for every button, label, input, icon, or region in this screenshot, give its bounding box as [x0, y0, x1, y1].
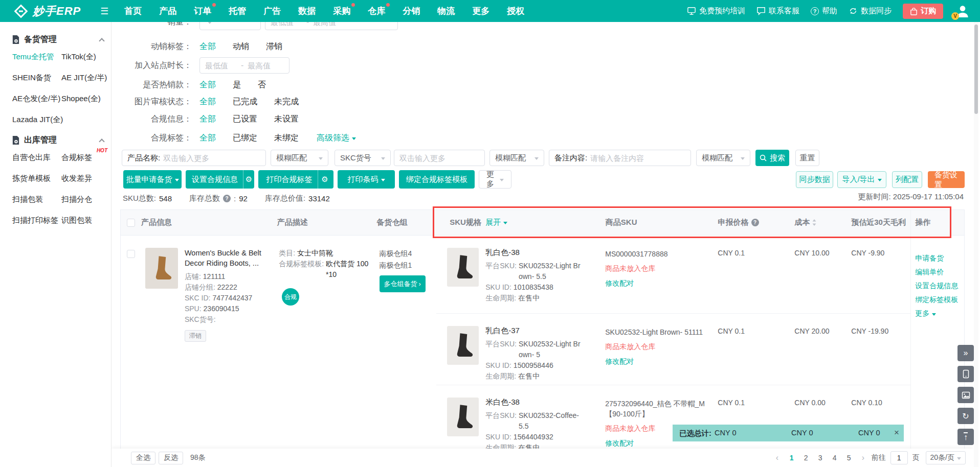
select-all-button[interactable]: 全选 — [131, 452, 155, 464]
filter-option-all[interactable]: 全部 — [199, 97, 216, 107]
row-checkbox[interactable] — [127, 250, 135, 258]
data-sync-link[interactable]: 数据同步 — [849, 6, 892, 16]
gear-icon[interactable]: ⚙ — [318, 170, 332, 189]
close-icon[interactable]: × — [894, 428, 899, 438]
skc-field-select[interactable]: SKC货号 — [335, 150, 391, 166]
filter-option-unset[interactable]: 未设置 — [274, 114, 299, 125]
edit-price-link[interactable]: 编辑单价 — [915, 268, 964, 277]
sidebar-item-temu[interactable]: Temu全托管 — [12, 52, 61, 62]
nav-item-ads[interactable]: 广告 — [255, 5, 289, 17]
user-avatar[interactable]: V — [954, 3, 971, 19]
filter-option-no[interactable]: 否 — [258, 80, 266, 90]
modify-pairing-link[interactable]: 修改配对 — [605, 438, 634, 448]
more-actions-button[interactable]: 更多 — [479, 170, 511, 189]
refresh-button[interactable]: ↻ — [957, 408, 974, 424]
request-stock-link[interactable]: 申请备货 — [915, 254, 964, 263]
bind-label-template-link[interactable]: 绑定标签模板 — [915, 295, 964, 305]
site-duration-min-input[interactable] — [205, 61, 237, 70]
page-1[interactable]: 1 — [786, 451, 798, 464]
filter-option-incomplete[interactable]: 未完成 — [274, 97, 299, 107]
set-compliance-info-button[interactable]: 设置合规信息⚙ — [186, 170, 254, 189]
more-link[interactable]: 更多 — [915, 309, 964, 318]
multi-warehouse-button[interactable]: 多仓组备货› — [380, 275, 426, 292]
sidebar-group-outbound-management[interactable]: 出库管理 — [0, 130, 111, 151]
scrollbar[interactable] — [974, 25, 978, 114]
gear-icon[interactable]: ⚙ — [243, 170, 254, 189]
nav-item-data[interactable]: 数据 — [289, 5, 324, 17]
nav-item-home[interactable]: 首页 — [116, 5, 150, 17]
sidebar-item-compliance-label[interactable]: 合规标签HOT — [61, 153, 110, 162]
remark-match-select[interactable]: 模糊匹配 — [696, 150, 750, 166]
filter-option-all[interactable]: 全部 — [199, 80, 216, 90]
page-4[interactable]: 4 — [829, 451, 841, 464]
nav-item-warehouse[interactable]: 仓库 — [359, 5, 394, 17]
import-export-button[interactable]: 导入/导出 — [837, 171, 886, 188]
mobile-app-button[interactable] — [957, 366, 974, 382]
sidebar-group-stock-management[interactable]: 备货管理 — [0, 29, 111, 50]
sidebar-item-receiving-discrepancy[interactable]: 收发差异 — [61, 174, 110, 183]
expand-link[interactable]: 展开 — [485, 218, 507, 227]
sidebar-item-ae-warehouse[interactable]: AE仓发(全/半) — [12, 94, 61, 104]
collapse-icon[interactable] — [99, 38, 104, 43]
sales-volume-min-input[interactable] — [271, 22, 302, 27]
app-logo[interactable]: 妙手ERP — [0, 4, 97, 19]
remark-input[interactable] — [590, 154, 685, 162]
sales-volume-select[interactable] — [199, 22, 261, 30]
help-icon[interactable]: ? — [751, 219, 759, 226]
sidebar-item-scan-sorting[interactable]: 扫描分仓 — [61, 195, 110, 204]
search-button[interactable]: 搜索 — [755, 150, 789, 166]
page-jump-input[interactable] — [890, 451, 908, 464]
sidebar-item-self-warehouse-outbound[interactable]: 自营仓出库 — [12, 153, 61, 162]
product-image[interactable] — [145, 248, 178, 289]
product-name-input[interactable] — [163, 154, 260, 162]
collapse-icon[interactable] — [99, 138, 104, 144]
filter-option-yes[interactable]: 是 — [233, 80, 241, 90]
batch-request-stock-button[interactable]: 批量申请备货 — [123, 170, 182, 189]
sales-volume-max-input[interactable] — [313, 22, 345, 27]
page-size-select[interactable]: 20条/页 — [926, 451, 966, 464]
sync-data-button[interactable]: 同步数据 — [796, 171, 833, 188]
help-icon[interactable]: ? — [223, 195, 231, 202]
prev-page-icon[interactable]: ‹ — [771, 451, 784, 464]
product-name-match-select[interactable]: 模糊匹配 — [271, 150, 328, 166]
filter-option-all[interactable]: 全部 — [199, 114, 216, 125]
filter-option-unbound[interactable]: 未绑定 — [274, 133, 299, 144]
nav-item-hosting[interactable]: 托管 — [220, 5, 255, 17]
reset-button[interactable]: 重置 — [795, 150, 819, 166]
filter-option-all[interactable]: 全部 — [199, 41, 216, 52]
help-link[interactable]: ? 帮助 — [811, 6, 837, 16]
sku-image[interactable] — [447, 326, 479, 365]
collapse-panel-button[interactable]: » — [957, 345, 974, 361]
image-mode-button[interactable] — [957, 387, 974, 403]
nav-item-products[interactable]: 产品 — [150, 5, 185, 17]
filter-option-all[interactable]: 全部 — [199, 133, 216, 144]
sidebar-item-shopee[interactable]: Shopee(全) — [61, 94, 110, 104]
menu-toggle-icon[interactable]: ☰ — [100, 6, 108, 17]
advanced-filter-link[interactable]: 高级筛选 — [317, 133, 356, 144]
sku-image[interactable] — [447, 398, 479, 436]
filter-option-bound[interactable]: 已绑定 — [233, 133, 257, 144]
modify-pairing-link[interactable]: 修改配对 — [605, 356, 634, 366]
skc-match-select[interactable]: 模糊匹配 — [489, 150, 544, 166]
sidebar-item-shein[interactable]: SHEIN备货 — [12, 73, 61, 83]
skc-input[interactable] — [399, 154, 479, 162]
sku-image[interactable] — [447, 248, 479, 287]
sidebar-item-image-packing[interactable]: 识图包装 — [61, 216, 110, 225]
product-title[interactable]: Women's Buckle & Belt Decor Riding Boots… — [185, 248, 273, 268]
page-3[interactable]: 3 — [814, 451, 827, 464]
sidebar-item-tiktok[interactable]: TikTok(全) — [61, 52, 110, 62]
sidebar-item-scan-print-label[interactable]: 扫描打印标签 — [12, 216, 61, 225]
nav-item-distribution[interactable]: 分销 — [394, 5, 429, 17]
modify-pairing-link[interactable]: 修改配对 — [605, 278, 634, 288]
print-compliance-label-button[interactable]: 打印合规标签⚙ — [258, 170, 333, 189]
sort-icon[interactable] — [812, 219, 817, 226]
page-5[interactable]: 5 — [843, 451, 855, 464]
nav-item-more[interactable]: 更多 — [463, 5, 498, 17]
sidebar-item-scan-packing[interactable]: 扫描包装 — [12, 195, 61, 204]
select-all-checkbox[interactable] — [127, 219, 135, 227]
nav-item-orders[interactable]: 订单 — [185, 5, 220, 17]
filter-option-complete[interactable]: 已完成 — [233, 97, 257, 107]
sidebar-item-picking-template[interactable]: 拣货单模板 — [12, 174, 61, 183]
column-config-button[interactable]: 列配置 — [892, 171, 922, 188]
site-duration-max-input[interactable] — [248, 61, 279, 70]
